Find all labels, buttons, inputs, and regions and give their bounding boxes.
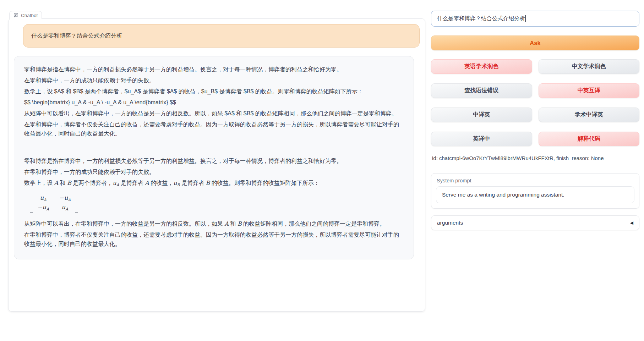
chatbot-panel: Chatbot 什么是零和博弈？结合公式介绍分析 零和博弈是指在博弈中，一方的利… bbox=[8, 18, 425, 312]
chatbot-label-text: Chatbot bbox=[21, 13, 38, 18]
system-prompt-panel: System prompt Serve me as a writing and … bbox=[431, 173, 639, 209]
bot-message-paragraph: 零和博弈是指在博弈中，一方的利益损失必然等于另一方的利益增益。换言之，对于每一种… bbox=[24, 156, 404, 166]
bot-message-paragraph: 数学上，设 A 和 B 是两个博弈者，uA 是博弈者 A 的收益，uB 是博弈者… bbox=[24, 178, 404, 188]
clipped-page-title: 学术优化 bbox=[315, 0, 377, 3]
rendered-payoff-matrix: uA−uA−uAuA bbox=[30, 192, 404, 216]
bot-message-paragraph: 从矩阵中可以看出，在零和博弈中，一方的收益是另一方的相反数。所以，如果 A 和 … bbox=[24, 219, 404, 229]
function-button[interactable]: 学术中译英 bbox=[539, 108, 640, 122]
function-button-grid: 英语学术润色中文学术润色查找语法错误中英互译中译英学术中译英英译中解释代码 bbox=[431, 59, 639, 146]
chat-bubble-icon bbox=[13, 13, 18, 18]
completion-status-text: id: chatcmpl-6wOo7KrYTwMl89lbrMWRu4UkFFX… bbox=[432, 155, 639, 162]
bot-message: 零和博弈是指在博弈中，一方的利益损失必然等于另一方的利益增益。换言之，对于每一种… bbox=[24, 65, 404, 249]
bot-message-paragraph: 从矩阵中可以看出，在零和博弈中，一方的收益是另一方的相反数。所以，如果 $A$ … bbox=[24, 109, 404, 118]
user-message-text: 什么是零和博弈？结合公式介绍分析 bbox=[31, 33, 122, 39]
function-button[interactable]: 中译英 bbox=[431, 108, 532, 122]
ask-button[interactable]: Ask bbox=[431, 35, 639, 50]
system-prompt-label: System prompt bbox=[436, 177, 634, 186]
bot-message-paragraph: 在零和博弈中，博弈者不仅要关注自己的收益，还需要考虑对手的收益。因为一方取得的收… bbox=[24, 120, 404, 138]
bot-message-paragraph: 数学上，设 $A$ 和 $B$ 是两个博弈者，$u_A$ 是博弈者 $A$ 的收… bbox=[24, 87, 404, 96]
function-button[interactable]: 中文学术润色 bbox=[539, 59, 640, 74]
bot-message-paragraph: $$ \begin{bmatrix} u_A & -u_A \ -u_A & u… bbox=[24, 98, 404, 107]
bot-message-paragraph: 在零和博弈中，一方的成功只能依赖于对手的失败。 bbox=[24, 167, 404, 177]
chat-messages: 什么是零和博弈？结合公式介绍分析 零和博弈是指在博弈中，一方的利益损失必然等于另… bbox=[9, 19, 425, 259]
bot-message-paragraph: 在零和博弈中，一方的成功只能依赖于对手的失败。 bbox=[24, 76, 404, 85]
bot-message-paragraph: 在零和博弈中，博弈者不仅要关注自己的收益，还需要考虑对手的收益。因为一方取得的收… bbox=[24, 230, 404, 249]
function-button[interactable]: 解释代码 bbox=[539, 132, 640, 146]
text-caret bbox=[525, 15, 526, 22]
arguments-accordion[interactable]: arguments ◀ bbox=[431, 215, 639, 230]
accordion-collapsed-icon: ◀ bbox=[630, 220, 633, 225]
function-button[interactable]: 中英互译 bbox=[539, 83, 640, 98]
function-button[interactable]: 英译中 bbox=[431, 132, 532, 146]
function-button[interactable]: 英语学术润色 bbox=[431, 59, 532, 74]
function-button[interactable]: 查找语法错误 bbox=[431, 83, 532, 98]
bot-message-paragraph: 零和博弈是指在博弈中，一方的利益损失必然等于另一方的利益增益。换言之，对于每一种… bbox=[24, 65, 404, 74]
question-input-value: 什么是零和博弈？结合公式介绍分析 bbox=[437, 15, 525, 22]
message-part-gap bbox=[24, 140, 404, 156]
question-input[interactable]: 什么是零和博弈？结合公式介绍分析 bbox=[431, 11, 639, 27]
bot-message-bubble: 零和博弈是指在博弈中，一方的利益损失必然等于另一方的利益增益。换言之，对于每一种… bbox=[14, 56, 414, 259]
chatbot-label: Chatbot bbox=[9, 11, 42, 19]
user-message-bubble: 什么是零和博弈？结合公式介绍分析 bbox=[23, 24, 420, 48]
arguments-accordion-label: arguments bbox=[437, 220, 463, 226]
system-prompt-value: Serve me as a writing and programming as… bbox=[442, 192, 564, 198]
system-prompt-input[interactable]: Serve me as a writing and programming as… bbox=[436, 186, 634, 203]
